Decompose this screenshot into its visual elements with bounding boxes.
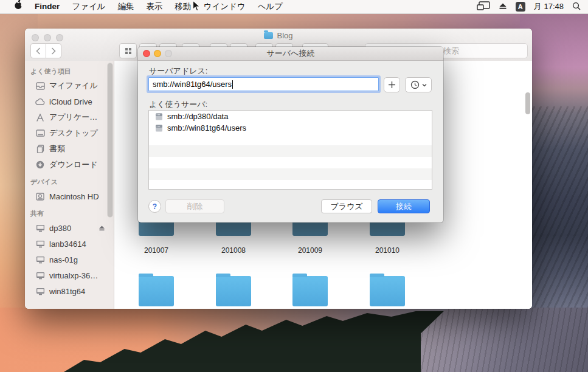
spotlight-search-icon[interactable] xyxy=(572,2,581,12)
empty-row xyxy=(149,157,432,168)
grid-icon xyxy=(125,48,131,54)
display-icon xyxy=(35,256,45,264)
sidebar-item-documents[interactable]: 書類 xyxy=(25,141,114,157)
menu-window[interactable]: ウインドウ xyxy=(198,0,252,13)
menu-bar-clock[interactable]: 月 17:48 xyxy=(534,1,564,12)
eject-icon[interactable] xyxy=(499,2,507,12)
display-mirroring-icon[interactable] xyxy=(477,1,490,12)
browse-button[interactable]: ブラウズ xyxy=(321,199,372,213)
desktop-icon xyxy=(35,129,45,137)
applications-icon xyxy=(35,114,45,122)
my-files-icon xyxy=(35,82,45,90)
documents-icon xyxy=(35,145,45,153)
downloads-icon xyxy=(35,160,45,169)
dialog-titlebar[interactable]: サーバへ接続 xyxy=(138,47,443,61)
sidebar-item-applications[interactable]: アプリケー… xyxy=(25,109,114,125)
server-list-item[interactable]: smb://win81tg64/users xyxy=(149,122,432,134)
hard-drive-icon xyxy=(35,193,45,201)
search-placeholder: 検索 xyxy=(443,46,459,57)
text-caret xyxy=(232,80,233,89)
server-icon xyxy=(154,124,164,133)
folder-label: 201008 xyxy=(206,246,261,255)
plus-icon xyxy=(388,81,396,89)
menu-view[interactable]: 表示 xyxy=(140,0,169,13)
folder-label: 201009 xyxy=(283,246,337,255)
display-icon xyxy=(35,288,45,295)
sidebar-item-icloud-drive[interactable]: iCloud Drive xyxy=(25,94,114,109)
chevron-down-icon xyxy=(422,83,427,87)
back-button[interactable] xyxy=(30,43,46,58)
sidebar-section-favorites: よく使う項目 xyxy=(25,67,114,78)
sidebar-item-downloads[interactable]: ダウンロード xyxy=(25,157,114,173)
empty-row xyxy=(149,168,432,180)
server-icon xyxy=(154,112,164,121)
sidebar-item-my-files[interactable]: マイファイル xyxy=(25,78,114,94)
sidebar-item-macintosh-hd[interactable]: Macintosh HD xyxy=(25,188,114,204)
chevron-left-icon xyxy=(36,47,41,55)
sidebar-section-shared: 共有 xyxy=(25,209,114,220)
connect-button[interactable]: 接続 xyxy=(378,199,430,213)
folder[interactable] xyxy=(216,276,251,306)
menu-finder[interactable]: Finder xyxy=(29,0,66,13)
eject-icon[interactable] xyxy=(99,224,105,233)
window-title: Blog xyxy=(277,31,292,40)
menu-file[interactable]: ファイル xyxy=(66,0,111,13)
apple-menu[interactable] xyxy=(8,0,29,14)
folder-label: 201010 xyxy=(360,246,415,255)
folder[interactable] xyxy=(370,276,405,306)
folder-label: 201007 xyxy=(129,246,184,255)
chevron-right-icon xyxy=(51,47,56,55)
wallpaper-cliff xyxy=(421,308,588,372)
display-icon xyxy=(35,224,45,232)
sidebar-item-win81tg64[interactable]: win81tg64 xyxy=(25,283,114,299)
minimize-button[interactable] xyxy=(154,50,161,57)
favorite-servers-label: よく使うサーバ: xyxy=(149,99,207,110)
server-address-value: smb://win81tg64/users xyxy=(153,80,232,89)
menu-bar: Finder ファイル 編集 表示 移動 ウインドウ ヘルプ A 月 17:48 xyxy=(0,0,588,14)
forward-button[interactable] xyxy=(46,43,61,58)
content-scrollbar[interactable] xyxy=(525,92,530,114)
help-label: ? xyxy=(153,202,157,211)
empty-row xyxy=(149,145,432,157)
sidebar-item-dp380[interactable]: dp380 xyxy=(25,220,114,236)
cloud-icon xyxy=(35,98,45,105)
menu-edit[interactable]: 編集 xyxy=(112,0,140,13)
help-button[interactable]: ? xyxy=(148,200,161,213)
sidebar-item-virtualxp[interactable]: virtualxp-36… xyxy=(25,267,114,283)
clock-icon xyxy=(410,80,420,89)
input-source-menu[interactable]: A xyxy=(516,2,525,12)
sidebar-item-nas-01g[interactable]: nas-01g xyxy=(25,252,114,267)
server-address-label: サーバアドレス: xyxy=(149,66,207,77)
close-button[interactable] xyxy=(143,50,150,57)
menu-help[interactable]: ヘルプ xyxy=(252,0,289,13)
sidebar-section-devices: デバイス xyxy=(25,177,114,188)
empty-row xyxy=(149,180,432,190)
sidebar-item-lanb34614[interactable]: lanb34614 xyxy=(25,236,114,252)
mouse-cursor xyxy=(192,0,201,15)
apple-icon xyxy=(14,0,22,10)
display-icon xyxy=(35,240,45,248)
folder[interactable] xyxy=(292,276,328,306)
favorite-servers-list: smb://dp380/data smb://win81tg64/users xyxy=(148,110,432,190)
server-address-input[interactable]: smb://win81tg64/users xyxy=(148,77,379,91)
finder-sidebar: よく使う項目 マイファイル iCloud Drive アプリケー… デスクトップ… xyxy=(25,61,114,309)
display-icon xyxy=(35,272,45,280)
zoom-button xyxy=(165,50,172,57)
empty-row xyxy=(149,134,432,145)
delete-button[interactable]: 削除 xyxy=(165,199,224,213)
folder[interactable] xyxy=(139,276,174,306)
folder-icon xyxy=(264,32,273,39)
recent-servers-button[interactable] xyxy=(405,77,432,92)
sidebar-scrollbar[interactable] xyxy=(108,63,112,217)
connect-to-server-dialog: サーバへ接続 サーバアドレス: smb://win81tg64/users よく… xyxy=(138,47,443,222)
server-list-item[interactable]: smb://dp380/data xyxy=(149,111,432,122)
view-icons-button[interactable] xyxy=(119,43,137,58)
sidebar-item-desktop[interactable]: デスクトップ xyxy=(25,125,114,141)
add-favorite-button[interactable] xyxy=(384,77,400,92)
dialog-title: サーバへ接続 xyxy=(138,48,443,59)
